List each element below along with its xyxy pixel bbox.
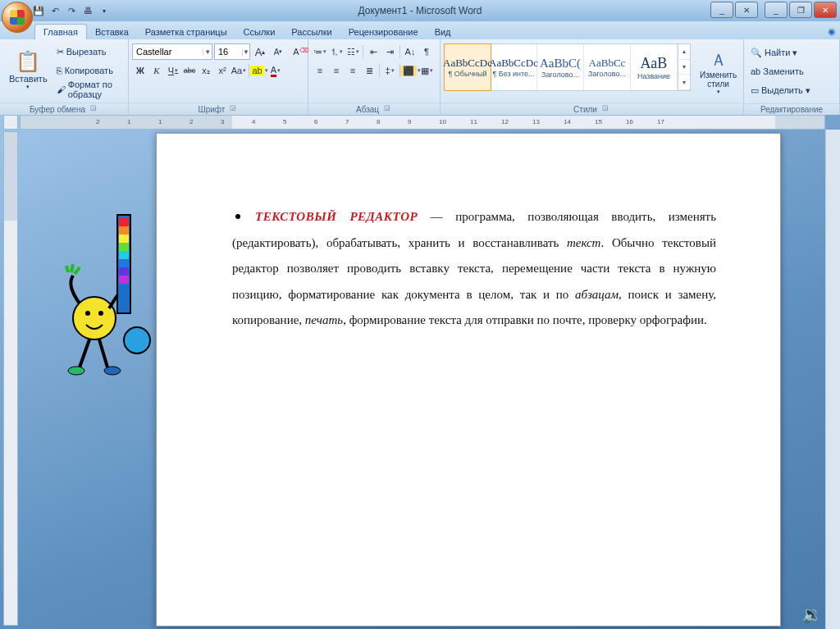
superscript-button[interactable]: x² <box>214 62 231 79</box>
replace-icon: ab <box>751 66 760 76</box>
highlight-button[interactable]: ab▾ <box>251 62 267 79</box>
tab-page-layout[interactable]: Разметка страницы <box>137 25 235 39</box>
change-styles-button[interactable]: Ａ Изменить стили▾ <box>694 43 742 103</box>
svg-rect-5 <box>119 251 129 259</box>
svg-point-12 <box>98 311 103 316</box>
brush-icon: 🖌 <box>57 84 66 94</box>
show-marks-button[interactable]: ¶ <box>418 43 435 60</box>
svg-point-9 <box>124 327 150 353</box>
svg-rect-6 <box>119 259 129 267</box>
select-icon: ▭ <box>751 85 759 96</box>
window-controls: _ ✕ _ ❐ ✕ <box>710 2 837 18</box>
horizontal-ruler[interactable]: 211234567891011121314151617 <box>20 115 825 130</box>
tab-home[interactable]: Главная <box>34 24 87 39</box>
title-bar: 💾 ↶ ↷ 🖶 ▾ Документ1 - Microsoft Word _ ✕… <box>0 0 840 21</box>
decrease-indent-button[interactable]: ⇤ <box>365 43 381 60</box>
clipboard-dialog-icon[interactable]: ◲ <box>89 104 98 114</box>
tab-review[interactable]: Рецензирование <box>340 25 427 39</box>
workspace: 211234567891011121314151617 ТЕКСТОВЫЙ РЕ… <box>0 115 840 629</box>
svg-rect-1 <box>119 218 129 226</box>
clear-format-button[interactable]: A⌫ <box>288 43 304 60</box>
styles-dialog-icon[interactable]: ◲ <box>600 104 610 114</box>
increase-indent-button[interactable]: ⇥ <box>381 43 398 60</box>
close-button[interactable]: ✕ <box>814 2 837 18</box>
tab-references[interactable]: Ссылки <box>235 25 284 39</box>
font-color-button[interactable]: A▾ <box>267 62 284 79</box>
chevron-down-icon[interactable]: ▼ <box>242 48 249 56</box>
vertical-ruler[interactable] <box>3 131 18 626</box>
group-editing-label: Редактирование <box>760 105 823 114</box>
group-clipboard-label: Буфер обмена <box>30 105 85 114</box>
svg-rect-8 <box>119 276 129 284</box>
select-button[interactable]: ▭Выделить▾ <box>747 81 836 99</box>
paste-icon: 📋 <box>16 51 40 72</box>
sort-button[interactable]: A↓ <box>402 43 418 60</box>
document-text[interactable]: ТЕКСТОВЫЙ РЕДАКТОР — программа, позволяю… <box>157 134 780 367</box>
italic-button[interactable]: К <box>148 62 165 79</box>
borders-button[interactable]: ▦▾ <box>418 62 435 79</box>
multilevel-button[interactable]: ☷▾ <box>345 43 361 60</box>
style-heading1[interactable]: AaBbC(Заголово... <box>537 44 584 90</box>
change-styles-icon: Ａ <box>710 51 727 69</box>
tab-view[interactable]: Вид <box>427 25 459 39</box>
minimize-button[interactable]: _ <box>765 2 788 18</box>
chevron-down-icon[interactable]: ▼ <box>203 48 212 56</box>
help-icon[interactable]: ◉ <box>824 23 840 39</box>
group-paragraph: ≔▾ ⒈▾ ☷▾ ⇤ ⇥ A↓ ¶ ≡ ≡ ≡ ≣ ‡▾ ⬛▾ ▦▾ <box>308 39 441 115</box>
group-font: ▼ ▼ A▴ A▾ A⌫ Ж К Ч▾ abc x₂ x² Aa▾ ab▾ A▾… <box>129 39 308 115</box>
numbering-button[interactable]: ⒈▾ <box>328 43 345 60</box>
bullets-button[interactable]: ≔▾ <box>312 43 328 60</box>
format-painter-button[interactable]: 🖌Формат по образцу <box>53 80 125 98</box>
underline-button[interactable]: Ч▾ <box>165 62 181 79</box>
svg-rect-4 <box>119 243 129 251</box>
shrink-font-button[interactable]: A▾ <box>270 43 286 60</box>
align-right-button[interactable]: ≡ <box>345 62 361 79</box>
font-name-combo[interactable]: ▼ <box>132 43 212 60</box>
line-spacing-button[interactable]: ‡▾ <box>381 62 398 79</box>
maximize-button[interactable]: ❐ <box>789 2 812 18</box>
font-dialog-icon[interactable]: ◲ <box>228 104 238 114</box>
style-normal[interactable]: AaBbCcDc¶ Обычный <box>444 43 491 91</box>
document-page[interactable]: ТЕКСТОВЫЙ РЕДАКТОР — программа, позволяю… <box>156 133 781 627</box>
grow-font-button[interactable]: A▴ <box>252 43 268 60</box>
group-styles-label: Стили <box>573 105 597 114</box>
group-editing: 🔍Найти▾ abЗаменить ▭Выделить▾ Редактиров… <box>744 39 840 115</box>
svg-point-14 <box>104 367 121 375</box>
svg-rect-2 <box>119 226 129 235</box>
bullet-icon <box>235 214 240 219</box>
doc-minimize-button[interactable]: _ <box>710 2 733 18</box>
find-button[interactable]: 🔍Найти▾ <box>747 43 836 62</box>
sound-icon[interactable]: 🔉 <box>801 604 822 624</box>
copy-button[interactable]: ⎘Копировать <box>53 62 125 80</box>
styles-gallery[interactable]: AaBbCcDc¶ Обычный AaBbCcDc¶ Без инте... … <box>444 43 691 91</box>
styles-scroll[interactable]: ▴▾▾ <box>678 44 690 90</box>
align-left-button[interactable]: ≡ <box>312 62 328 79</box>
group-paragraph-label: Абзац <box>356 105 379 114</box>
style-heading2[interactable]: AaBbCcЗаголово... <box>584 44 631 90</box>
style-no-spacing[interactable]: AaBbCcDc¶ Без инте... <box>491 44 537 90</box>
align-center-button[interactable]: ≡ <box>328 62 345 79</box>
replace-button[interactable]: abЗаменить <box>747 62 836 80</box>
bold-button[interactable]: Ж <box>132 62 148 79</box>
ruler-corner[interactable] <box>3 115 18 130</box>
font-size-combo[interactable]: ▼ <box>214 43 250 60</box>
style-title[interactable]: АаВНазвание <box>631 44 678 90</box>
office-assistant[interactable] <box>62 213 160 385</box>
vertical-scrollbar[interactable] <box>825 130 840 629</box>
shading-button[interactable]: ⬛▾ <box>402 62 418 79</box>
ribbon: 📋 Вставить ▾ ✂Вырезать ⎘Копировать 🖌Форм… <box>0 39 840 116</box>
change-case-button[interactable]: Aa▾ <box>231 62 247 79</box>
paste-label: Вставить <box>9 74 48 84</box>
tab-mailings[interactable]: Рассылки <box>283 25 340 39</box>
cut-button[interactable]: ✂Вырезать <box>53 43 125 61</box>
justify-button[interactable]: ≣ <box>361 62 377 79</box>
office-button[interactable] <box>2 2 33 33</box>
tab-insert[interactable]: Вставка <box>87 25 137 39</box>
strike-button[interactable]: abc <box>181 62 198 79</box>
paste-button[interactable]: 📋 Вставить ▾ <box>3 41 53 100</box>
group-clipboard: 📋 Вставить ▾ ✂Вырезать ⎘Копировать 🖌Форм… <box>0 39 129 115</box>
paragraph-dialog-icon[interactable]: ◲ <box>382 104 392 114</box>
subscript-button[interactable]: x₂ <box>198 62 214 79</box>
doc-close-button[interactable]: ✕ <box>735 2 758 18</box>
svg-rect-3 <box>119 235 129 243</box>
